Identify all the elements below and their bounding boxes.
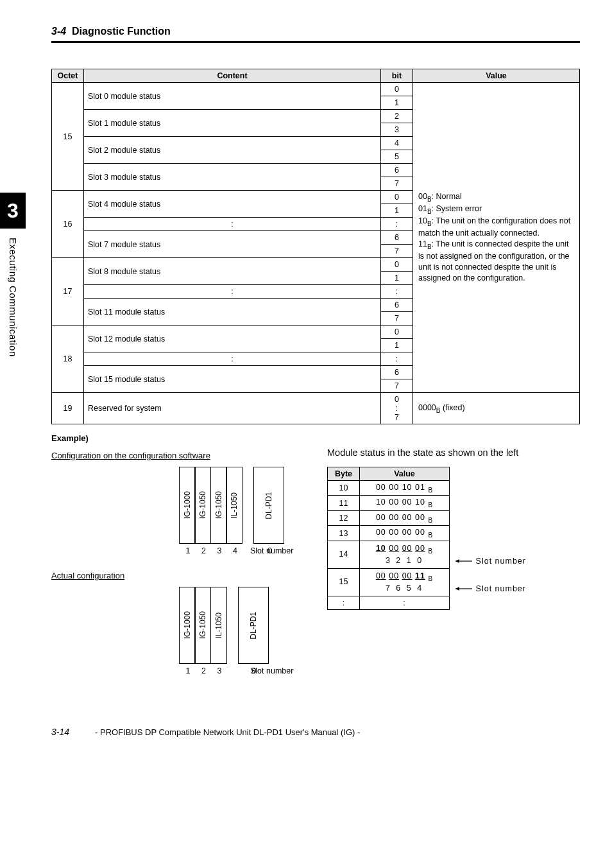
chapter-number: 3 — [0, 193, 26, 229]
slot-number — [227, 666, 240, 675]
slot-number: 2 — [196, 546, 212, 555]
content-cell: Slot 2 module status — [84, 137, 381, 164]
octet-cell: 16 — [52, 191, 84, 258]
cfg1-slot-label: Slot number — [250, 546, 293, 555]
module-label: IG-1050 — [198, 611, 207, 639]
configuration-software-diagram: Configuration on the configuration softw… — [51, 451, 308, 555]
value-cell: 10 00 00 10 B — [360, 496, 450, 511]
module-label: DL-PD1 — [249, 612, 258, 639]
bit-cell: 7 — [381, 379, 413, 393]
bit-cell: : — [381, 218, 413, 231]
module-block: IG-1050 — [210, 467, 227, 544]
module-label: IG-1050 — [214, 491, 223, 519]
section-number: 3-4 — [51, 26, 66, 37]
heading-rule — [51, 41, 580, 43]
col-value: Value — [413, 69, 580, 83]
slot-number: 1 — [180, 666, 196, 675]
slot-number: 3 — [211, 546, 228, 555]
byte-cell: 14 — [328, 541, 360, 568]
module-label: IG-1050 — [198, 491, 207, 519]
bit-cell: 4 — [381, 137, 413, 150]
bit-cell: 7 — [381, 177, 413, 191]
svg-marker-3 — [455, 587, 459, 591]
content-cell: Slot 11 module status — [84, 299, 381, 326]
module-block: IG-1000 — [179, 467, 196, 544]
bit-cell: 1 — [381, 204, 413, 218]
content-cell: Slot 12 module status — [84, 326, 381, 352]
module-block: IG-1050 — [194, 467, 211, 544]
content-cell: Slot 4 module status — [84, 191, 381, 218]
bit-cell: 6 — [381, 366, 413, 379]
byte-cell: 10 — [328, 480, 360, 496]
bit-cell: 5 — [381, 150, 413, 164]
content-cell: : — [84, 285, 381, 299]
octet-cell: 17 — [52, 258, 84, 326]
bit-cell: 6 — [381, 299, 413, 312]
section-heading: 3-4 Diagnostic Function — [51, 26, 580, 37]
module-block: IL-1050 — [226, 467, 242, 544]
module-status-table: Byte Value 1000 00 10 01 B1110 00 00 10 … — [327, 467, 450, 610]
octet-cell: 19 — [52, 393, 84, 424]
bit-cell: : — [381, 285, 413, 299]
value-cell: 10 00 00 00 B 3 2 1 0Slot number — [360, 541, 450, 568]
module-block: DL-PD1 — [238, 587, 269, 664]
content-cell: Slot 7 module status — [84, 231, 381, 258]
module-block — [242, 492, 255, 518]
content-cell: Slot 0 module status — [84, 83, 381, 110]
cfg1-title: Configuration on the configuration softw… — [51, 451, 210, 460]
bit-cell: 0 — [381, 191, 413, 204]
cfg2-title: Actual configuration — [51, 571, 124, 580]
bit-cell: 2 — [381, 110, 413, 123]
cfg2-slot-label: Slot number — [250, 666, 293, 675]
small-col-value: Value — [360, 467, 450, 480]
byte-cell: 15 — [328, 568, 360, 596]
col-octet: Octet — [52, 69, 84, 83]
module-status-heading: Module status in the state as shown on t… — [327, 447, 580, 459]
module-label: IG-1000 — [183, 611, 192, 639]
chapter-label: Executing Communication — [8, 238, 19, 357]
col-bit: bit — [381, 69, 413, 83]
content-cell: : — [84, 352, 381, 366]
slot-number: 2 — [196, 666, 212, 675]
bit-cell: 7 — [381, 245, 413, 258]
module-label: DL-PD1 — [264, 492, 273, 519]
octet-cell: 18 — [52, 326, 84, 393]
page-number: 3-14 — [51, 727, 69, 737]
bit-cell: 6 — [381, 164, 413, 177]
bit-cell: 0 — [381, 326, 413, 339]
footer-text: - PROFIBUS DP Compatible Network Unit DL… — [95, 727, 360, 737]
value-description: 00B: Normal01B: System error10B: The uni… — [413, 83, 580, 393]
actual-configuration-diagram: Actual configuration IG-1000IG-1050IL-10… — [51, 571, 308, 675]
content-cell: Slot 15 module status — [84, 366, 381, 393]
module-label: IL-1050 — [230, 492, 239, 519]
module-block: DL-PD1 — [253, 467, 284, 544]
value-cell: 00 00 10 01 B — [360, 480, 450, 496]
page-footer: 3-14 - PROFIBUS DP Compatible Network Un… — [51, 727, 580, 737]
slot-number: 3 — [211, 666, 228, 675]
octet-cell: 15 — [52, 83, 84, 191]
value-cell: 0000B (fixed) — [413, 393, 580, 424]
slot-number: 4 — [227, 546, 244, 555]
content-cell: Slot 1 module status — [84, 110, 381, 137]
slot-number-pointer: Slot number — [454, 556, 526, 567]
module-label: IG-1000 — [183, 491, 192, 519]
svg-marker-1 — [455, 559, 459, 563]
bit-cell: 0 — [381, 83, 413, 96]
byte-cell: 13 — [328, 526, 360, 541]
diagnostic-table: Octet Content bit Value 15Slot 0 module … — [51, 69, 580, 424]
slot-number: 1 — [180, 546, 196, 555]
value-cell: 00 00 00 11 B 7 6 5 4Slot number — [360, 568, 450, 596]
chapter-tab: 3 Executing Communication — [0, 193, 26, 357]
byte-cell: : — [328, 596, 360, 609]
col-content: Content — [84, 69, 381, 83]
slot-number-pointer: Slot number — [454, 584, 526, 595]
bit-cell: 1 — [381, 272, 413, 285]
bit-cell: 3 — [381, 123, 413, 137]
module-block: IG-1000 — [179, 587, 196, 664]
bit-cell: 1 — [381, 339, 413, 352]
content-cell: : — [84, 218, 381, 231]
content-cell: Slot 8 module status — [84, 258, 381, 285]
bit-cell: 6 — [381, 231, 413, 245]
content-cell: Reserved for system — [84, 393, 381, 424]
small-col-byte: Byte — [328, 467, 360, 480]
